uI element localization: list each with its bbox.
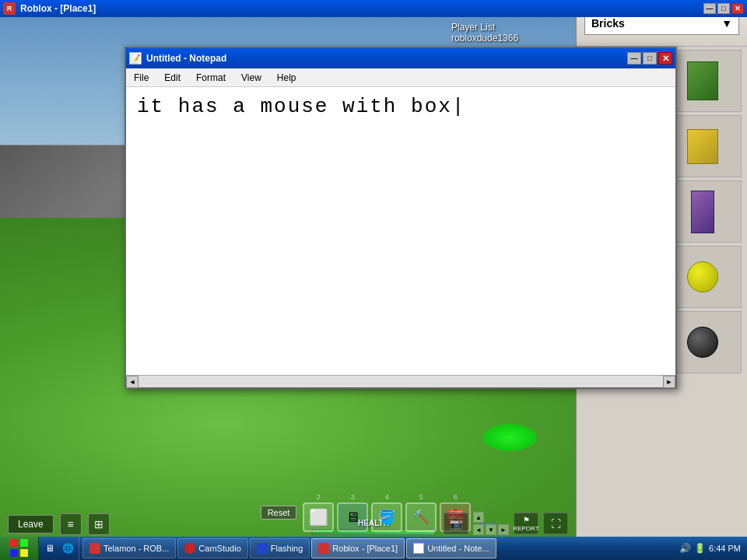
slot-number-4: 5: [419, 493, 423, 501]
taskbar-icon-roblox: [318, 543, 329, 554]
roblox-close-button[interactable]: ✕: [731, 3, 744, 14]
roblox-minimize-button[interactable]: —: [703, 3, 716, 14]
taskbar-items: Telamon - ROB... CamStudio Flashing Robl…: [79, 537, 673, 560]
logo-blue: [10, 549, 18, 557]
taskbar-item-notepad[interactable]: Untitled - Note...: [406, 538, 496, 558]
fullscreen-button[interactable]: ⛶: [543, 513, 568, 534]
notepad-maximize-button[interactable]: □: [643, 52, 657, 65]
slot-icon-1[interactable]: ⬜: [303, 502, 334, 532]
taskbar-icon-camstudio: [184, 543, 195, 554]
notepad-minimize-button[interactable]: —: [627, 52, 641, 65]
hud-left-controls: Leave ≡ ⊞: [8, 513, 110, 535]
reset-button[interactable]: Reset: [261, 506, 297, 520]
taskbar-label-telamon: Telamon - ROB...: [103, 544, 169, 553]
brick-purple: [691, 191, 714, 233]
report-button[interactable]: ⚑ REPORT: [514, 513, 538, 534]
move-row-2: ◄ ▼ ►: [473, 524, 509, 535]
hud-slots-container: Reset 2 ⬜ 3 🖥 4 🪣 5 🔨 6: [261, 493, 472, 532]
slot-1-item: ⬜: [309, 508, 328, 527]
leave-button[interactable]: Leave: [8, 515, 54, 534]
slot-2-item: 🖥: [345, 509, 359, 526]
logo-green: [20, 539, 28, 547]
hscroll-right-button[interactable]: ►: [663, 376, 675, 388]
system-clock: 6:44 PM: [709, 544, 741, 553]
brick-yellow: [687, 129, 718, 164]
notepad-text-area[interactable]: it has a mouse with box: [126, 87, 675, 375]
move-controls: ▲ ◄ ▼ ►: [473, 512, 509, 535]
notepad-title-text: Untitled - Notepad: [146, 53, 226, 64]
brick-yellow-round: [687, 261, 718, 292]
system-tray: 🔊 🔋 6:44 PM: [673, 543, 747, 554]
hud-slot-1: 2 ⬜: [303, 493, 334, 532]
slot-number-2: 3: [351, 493, 355, 501]
taskbar-icon-flashing: [257, 543, 268, 554]
bricks-dropdown-label: Bricks: [591, 17, 625, 30]
roblox-title-text: Roblox - [Place1]: [20, 3, 96, 14]
title-bar-controls: — □ ✕: [703, 3, 744, 14]
notepad-menu-help[interactable]: Help: [272, 71, 301, 85]
slot-number-3: 4: [385, 493, 389, 501]
player-name: robloxdude1366: [451, 33, 518, 44]
notepad-horizontal-scrollbar[interactable]: ◄ ►: [126, 375, 675, 387]
taskbar: 🖥 🌐 Telamon - ROB... CamStudio Flashing …: [0, 537, 747, 560]
roblox-icon: R: [3, 2, 16, 15]
slot-icon-2[interactable]: 🖥: [337, 502, 368, 532]
tray-icon-2: 🔋: [694, 543, 706, 554]
hscroll-left-button[interactable]: ◄: [126, 376, 139, 388]
notepad-menu-bar: File Edit Format View Help: [126, 68, 675, 87]
green-object: [482, 424, 537, 451]
windows-logo: [10, 539, 29, 558]
hud-right-controls: 📷 ▲ ◄ ▼ ► ⚑ REPORT ⛶: [444, 512, 568, 535]
menu-button[interactable]: ≡: [60, 513, 82, 535]
move-left-button[interactable]: ◄: [473, 524, 484, 535]
roblox-maximize-button[interactable]: □: [717, 3, 730, 14]
taskbar-item-flashing[interactable]: Flashing: [250, 538, 310, 558]
quick-launch-bar: 🖥 🌐: [39, 537, 79, 560]
report-icon: ⚑: [523, 516, 530, 524]
screenshot-button[interactable]: 📷: [444, 513, 468, 534]
notepad-close-button[interactable]: ✕: [658, 52, 672, 65]
hscroll-track[interactable]: [139, 376, 663, 387]
taskbar-icon-telamon: [89, 543, 100, 554]
notepad-title-bar: Untitled - Notepad — □ ✕: [126, 48, 675, 68]
slot-number-5: 6: [454, 493, 458, 501]
taskbar-item-telamon[interactable]: Telamon - ROB...: [82, 538, 176, 558]
slot-number-1: 2: [317, 493, 321, 501]
slot-3-item: 🪣: [378, 509, 395, 526]
move-row-1: ▲: [473, 512, 509, 523]
taskbar-label-flashing: Flashing: [271, 544, 303, 553]
taskbar-item-camstudio[interactable]: CamStudio: [177, 538, 247, 558]
backpack-button[interactable]: ⊞: [88, 513, 110, 535]
hud-slot-3: 4 🪣: [371, 493, 402, 532]
taskbar-item-roblox[interactable]: Roblox - [Place1]: [311, 538, 405, 558]
logo-red: [10, 539, 18, 547]
notepad-menu-edit[interactable]: Edit: [160, 71, 185, 85]
taskbar-label-roblox: Roblox - [Place1]: [332, 544, 398, 553]
brick-black-round: [687, 327, 718, 358]
player-list-panel: Player List robloxdude1366: [451, 22, 518, 44]
brick-green: [687, 61, 718, 100]
notepad-text: it has a mouse with box: [137, 95, 465, 118]
slot-icon-4[interactable]: 🔨: [405, 502, 437, 532]
taskbar-label-camstudio: CamStudio: [198, 544, 240, 553]
notepad-menu-view[interactable]: View: [237, 71, 266, 85]
slot-icon-3[interactable]: 🪣: [371, 502, 402, 532]
start-button[interactable]: [0, 537, 39, 560]
ie-button[interactable]: 🌐: [60, 541, 75, 556]
tray-icon-1: 🔊: [679, 543, 691, 554]
move-up-button[interactable]: ▲: [473, 512, 484, 523]
bricks-dropdown-arrow: ▼: [721, 17, 732, 30]
hud-slot-4: 5 🔨: [405, 493, 437, 532]
notepad-window: Untitled - Notepad — □ ✕ File Edit Forma…: [124, 47, 677, 389]
logo-yellow: [20, 549, 28, 557]
notepad-controls: — □ ✕: [627, 52, 672, 65]
move-down-button[interactable]: ▼: [486, 524, 496, 535]
slot-4-item: 🔨: [412, 509, 430, 526]
show-desktop-button[interactable]: 🖥: [42, 541, 58, 556]
notepad-menu-file[interactable]: File: [129, 71, 153, 85]
move-right-button[interactable]: ►: [498, 524, 509, 535]
report-label: REPORT: [513, 525, 538, 532]
hud-slot-2: 3 🖥: [337, 493, 368, 532]
taskbar-icon-notepad: [413, 543, 424, 554]
notepad-menu-format[interactable]: Format: [191, 71, 230, 85]
